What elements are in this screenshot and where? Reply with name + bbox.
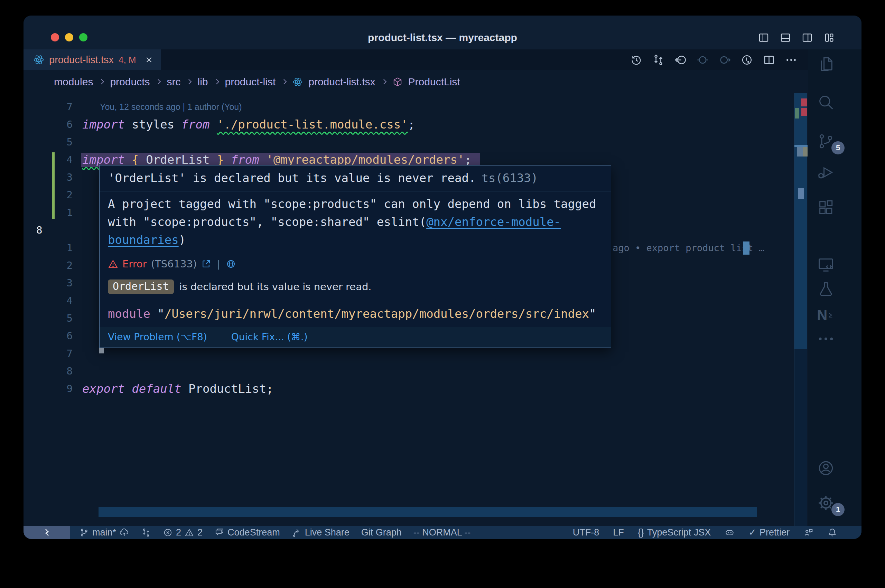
source-control-icon[interactable]: 5 xyxy=(817,132,835,150)
view-range-line xyxy=(795,145,808,147)
horizontal-scrollbar[interactable] xyxy=(99,507,757,517)
rule-link[interactable]: @nx/enforce-module- xyxy=(426,215,561,229)
git-blame-codelens[interactable]: You, 12 seconds ago | 1 author (You) xyxy=(100,98,242,116)
current-line-number: 8 xyxy=(24,222,73,239)
branch-icon xyxy=(79,528,89,537)
hover-resize-grip[interactable] xyxy=(99,348,104,353)
language-label: TypeScript JSX xyxy=(647,527,711,538)
search-icon[interactable] xyxy=(817,93,835,111)
zoom-window-button[interactable] xyxy=(79,33,87,42)
eol-status[interactable]: LF xyxy=(613,527,624,538)
breadcrumb-file[interactable]: product-list.tsx xyxy=(308,76,375,88)
more-actions-icon[interactable] xyxy=(785,54,798,66)
toggle-panel-icon[interactable] xyxy=(780,32,791,44)
nx-letter: N xyxy=(817,308,827,322)
account-icon[interactable] xyxy=(817,459,835,477)
line-number-gutter: 7 6 5 4 3 2 1 8 1 2 3 4 5 6 7 8 9 xyxy=(24,98,73,398)
rule-text: ) xyxy=(179,233,186,247)
rule-link[interactable]: boundaries xyxy=(108,233,179,247)
prettier-status[interactable]: ✓ Prettier xyxy=(748,527,790,538)
breadcrumb-product-list[interactable]: product-list xyxy=(225,76,276,88)
run-commit-icon[interactable] xyxy=(741,54,753,66)
cursor-decoration xyxy=(798,188,804,199)
compare-status[interactable] xyxy=(141,528,151,537)
git-graph-status[interactable]: Git Graph xyxy=(361,527,402,538)
toggle-sidebar-right-icon[interactable] xyxy=(801,32,813,44)
code-editor[interactable]: 7 6 5 4 3 2 1 8 1 2 3 4 5 6 7 8 9 xyxy=(24,93,808,526)
module-path: /Users/juri/nrwl/content/myreactapp/modu… xyxy=(165,307,589,321)
explorer-icon[interactable] xyxy=(817,55,835,73)
string-literal: '@myreactapp/modules/orders' xyxy=(266,153,464,166)
globe-icon[interactable] xyxy=(226,259,236,269)
codestream-status[interactable]: CodeStream xyxy=(214,527,280,538)
close-tab-icon[interactable] xyxy=(144,55,153,64)
chevron-right-icon xyxy=(213,79,219,85)
copilot-icon xyxy=(724,528,735,537)
cloud-upload-icon xyxy=(119,528,129,537)
notifications-status[interactable] xyxy=(827,528,837,537)
chip-message: is declared but its value is never read. xyxy=(179,281,372,292)
close-window-button[interactable] xyxy=(51,33,59,42)
live-share-status[interactable]: Live Share xyxy=(292,527,350,538)
split-editor-icon[interactable] xyxy=(763,54,775,66)
git-branch-status[interactable]: main* xyxy=(79,527,129,538)
remote-explorer-icon[interactable] xyxy=(817,256,835,274)
diagnostic-source: ts(6133) xyxy=(481,171,538,185)
compare-icon xyxy=(141,528,151,537)
rule-text: A project tagged with "scope:products" c… xyxy=(108,197,596,211)
quick-fix-link[interactable]: Quick Fix... (⌘.) xyxy=(231,331,308,343)
open-docs-icon[interactable] xyxy=(201,259,211,269)
breadcrumb: modules products src lib product-list pr… xyxy=(24,70,808,93)
hover-eslint-rule: A project tagged with "scope:products" c… xyxy=(99,191,611,253)
extensions-icon[interactable] xyxy=(817,199,835,217)
vim-mode-status[interactable]: -- NORMAL -- xyxy=(413,527,470,538)
view-problem-link[interactable]: View Problem (⌥F8) xyxy=(108,331,207,343)
breadcrumb-products[interactable]: products xyxy=(110,76,150,88)
copilot-status[interactable] xyxy=(724,528,735,537)
window-title: product-list.tsx — myreactapp xyxy=(127,32,758,44)
run-debug-icon[interactable] xyxy=(817,164,835,182)
navigate-back-icon[interactable] xyxy=(674,54,687,66)
minimize-window-button[interactable] xyxy=(65,33,73,42)
editor-actions xyxy=(630,50,798,70)
language-status[interactable]: {} TypeScript JSX xyxy=(638,527,711,538)
line-number: 8 xyxy=(24,362,73,380)
toggle-sidebar-left-icon[interactable] xyxy=(758,32,769,44)
keyword: export default xyxy=(82,382,188,396)
timeline-history-icon[interactable] xyxy=(630,54,643,66)
feedback-status[interactable] xyxy=(804,528,813,537)
tab-product-list[interactable]: product-list.tsx 4, M xyxy=(24,50,161,70)
chevron-right-icon xyxy=(99,79,104,85)
status-bar: main* 2 2 CodeStream Live Share Git xyxy=(24,526,861,539)
code-line-1: import styles from './product-list.modul… xyxy=(82,116,415,134)
compare-changes-icon[interactable] xyxy=(652,54,665,66)
scrollbar-thumb[interactable] xyxy=(795,93,807,349)
breadcrumb-src[interactable]: src xyxy=(167,76,180,88)
added-line-decoration xyxy=(795,108,799,118)
next-change-icon[interactable] xyxy=(718,54,731,66)
breadcrumb-symbol[interactable]: ProductList xyxy=(408,76,460,88)
settings-gear-icon[interactable]: 1 xyxy=(817,494,835,512)
vim-block-cursor xyxy=(743,242,750,255)
breadcrumb-modules[interactable]: modules xyxy=(54,76,93,88)
nx-console-icon[interactable]: N xyxy=(817,305,835,322)
prettier-label: Prettier xyxy=(760,527,790,538)
line-number: 7 xyxy=(24,345,73,362)
error-label: Error xyxy=(122,258,147,270)
identifier: styles xyxy=(132,117,181,131)
keyword: import xyxy=(82,153,132,166)
breadcrumb-lib[interactable]: lib xyxy=(197,76,208,88)
remote-indicator[interactable] xyxy=(24,526,70,539)
chevron-right-icon xyxy=(156,79,161,85)
encoding-status[interactable]: UTF-8 xyxy=(573,527,600,538)
more-views-icon[interactable] xyxy=(817,330,835,348)
identifier-orderlist[interactable]: OrderList xyxy=(146,153,209,166)
customize-layout-icon[interactable] xyxy=(823,32,835,44)
line-number: 1 xyxy=(24,204,73,222)
previous-change-icon[interactable] xyxy=(696,54,709,66)
inline-blame-text: ago • export product list … xyxy=(613,239,764,257)
testing-icon[interactable] xyxy=(817,280,835,298)
overview-ruler[interactable] xyxy=(794,93,807,526)
problems-status[interactable]: 2 2 xyxy=(163,527,203,538)
hover-tooltip: 'OrderList' is declared but its value is… xyxy=(99,165,611,348)
